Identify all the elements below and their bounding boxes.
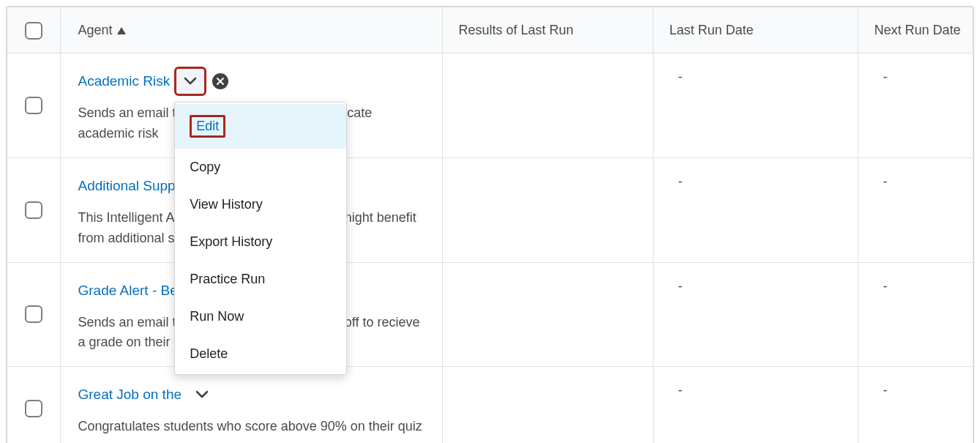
- header-checkbox-cell: [7, 7, 60, 53]
- results-cell: [459, 174, 468, 189]
- header-results: Results of Last Run: [442, 7, 653, 53]
- row-checkbox[interactable]: [25, 400, 42, 417]
- last-run-cell: -: [670, 174, 683, 189]
- header-next-run-label: Next Run Date: [875, 23, 961, 37]
- row-checkbox[interactable]: [25, 305, 42, 323]
- table-row: Academic Risk Edit Co: [7, 53, 973, 158]
- last-run-cell: -: [670, 279, 683, 294]
- table-row: Great Job on the Congratulates students …: [7, 367, 973, 443]
- menu-run-now[interactable]: Run Now: [175, 298, 346, 335]
- header-last-run-label: Last Run Date: [670, 23, 754, 37]
- results-cell: [459, 383, 468, 398]
- header-agent[interactable]: Agent: [60, 7, 442, 53]
- next-run-cell: -: [875, 174, 888, 189]
- sort-asc-icon: [117, 23, 126, 38]
- agents-table: Agent Results of Last Run Last Run Date …: [7, 7, 973, 443]
- menu-edit[interactable]: Edit: [175, 104, 346, 149]
- agents-table-frame: Agent Results of Last Run Last Run Date …: [6, 6, 974, 443]
- results-cell: [459, 279, 468, 294]
- header-row: Agent Results of Last Run Last Run Date …: [7, 7, 973, 53]
- row-checkbox[interactable]: [25, 97, 42, 114]
- menu-export-history[interactable]: Export History: [175, 223, 346, 261]
- agent-name-link[interactable]: Academic Risk: [78, 73, 171, 89]
- svg-marker-0: [117, 27, 126, 34]
- header-last-run: Last Run Date: [653, 7, 858, 53]
- header-next-run: Next Run Date: [858, 7, 973, 53]
- menu-delete[interactable]: Delete: [175, 335, 346, 373]
- agent-description: Congratulates students who score above 9…: [78, 417, 424, 437]
- table-row: Additional Support This Intelligent Agen…: [7, 157, 973, 262]
- next-run-cell: -: [875, 70, 888, 84]
- agent-context-menu: Edit Copy View History Export History Pr…: [174, 102, 347, 375]
- results-cell: [459, 70, 468, 84]
- chevron-down-icon: [195, 387, 209, 403]
- table-row: Grade Alert - Below 80% Sends an email t…: [7, 262, 973, 367]
- row-checkbox[interactable]: [25, 201, 42, 219]
- last-run-cell: -: [670, 70, 683, 84]
- next-run-cell: -: [875, 279, 888, 294]
- next-run-cell: -: [875, 383, 888, 398]
- agent-name-link[interactable]: Great Job on the: [78, 387, 182, 403]
- header-agent-label: Agent: [78, 23, 113, 38]
- agent-actions-dropdown[interactable]: [174, 67, 206, 96]
- select-all-checkbox[interactable]: [25, 22, 42, 40]
- menu-practice-run[interactable]: Practice Run: [175, 261, 346, 298]
- menu-edit-label: Edit: [190, 115, 225, 138]
- header-results-label: Results of Last Run: [459, 23, 574, 37]
- menu-copy[interactable]: Copy: [175, 149, 346, 186]
- chevron-down-icon: [184, 74, 197, 89]
- disabled-icon: [212, 73, 228, 89]
- menu-view-history[interactable]: View History: [175, 186, 346, 223]
- last-run-cell: -: [670, 383, 683, 398]
- agent-actions-dropdown[interactable]: [186, 380, 218, 409]
